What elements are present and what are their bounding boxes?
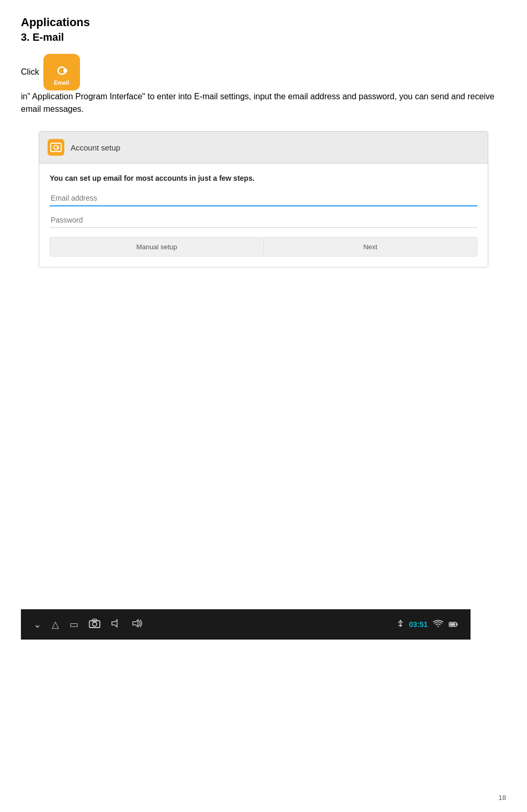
intro-text-after: in” Application Program Interface" to en… (21, 90, 506, 115)
form-area: You can set up email for most accounts i… (39, 164, 488, 267)
usb-icon (397, 619, 404, 631)
at-sign-icon (53, 62, 71, 79)
password-input[interactable] (50, 213, 477, 228)
nav-right-icons: 03:51 (397, 619, 458, 631)
intro-paragraph: Click Email in” Application Program Inte… (21, 54, 506, 115)
camera-nav-icon[interactable] (89, 619, 100, 631)
account-setup-title: Account setup (71, 143, 120, 152)
page-number: 18 (499, 794, 506, 802)
click-label: Click (21, 66, 39, 78)
svg-rect-20 (456, 623, 458, 625)
form-description: You can set up email for most accounts i… (50, 174, 477, 182)
wifi-icon (433, 619, 443, 630)
navigation-bar: ⌄ △ ▭ (21, 609, 471, 640)
svg-point-8 (93, 622, 97, 626)
back-nav-icon[interactable]: ⌄ (33, 619, 41, 630)
account-setup-app-icon (48, 139, 64, 156)
screen-mockup: Account setup You can set up email for m… (39, 131, 488, 268)
svg-rect-9 (93, 619, 97, 621)
email-app-label: Email (43, 78, 80, 87)
section-title: 3. E-mail (21, 31, 506, 43)
envelope-icon (50, 143, 62, 152)
battery-icon (449, 619, 458, 630)
svg-marker-10 (112, 620, 117, 627)
manual-setup-button[interactable]: Manual setup (50, 237, 264, 257)
svg-marker-11 (133, 620, 138, 627)
email-app-icon: Email (43, 54, 80, 90)
svg-rect-3 (51, 143, 61, 152)
status-time: 03:51 (409, 620, 428, 629)
next-button[interactable]: Next (264, 237, 478, 257)
volume-down-icon[interactable] (111, 619, 121, 631)
account-setup-header: Account setup (39, 132, 488, 164)
nav-left-icons: ⌄ △ ▭ (33, 619, 144, 631)
home-nav-icon[interactable]: △ (52, 619, 59, 630)
volume-up-icon[interactable] (132, 619, 144, 631)
recents-nav-icon[interactable]: ▭ (70, 619, 78, 630)
email-address-input[interactable] (50, 191, 477, 206)
svg-marker-13 (398, 625, 403, 627)
page-title: Applications (21, 16, 506, 29)
form-buttons: Manual setup Next (50, 237, 477, 257)
svg-rect-19 (450, 623, 455, 625)
